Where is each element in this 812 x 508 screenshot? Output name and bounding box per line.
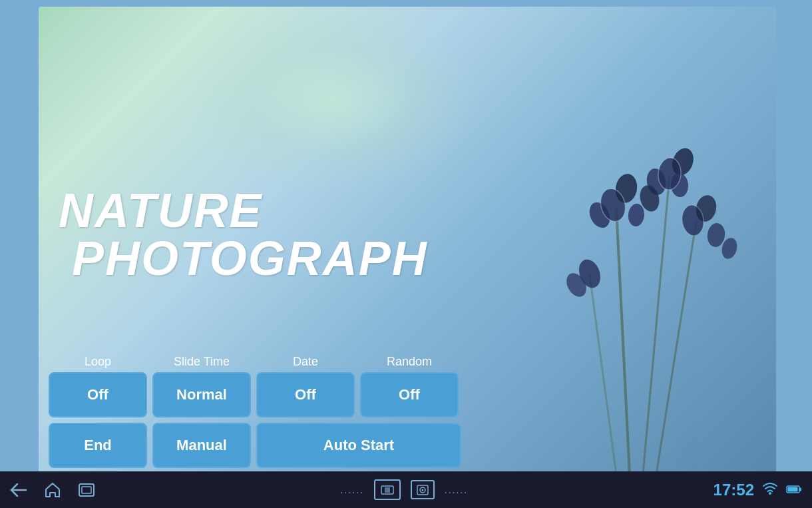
battery-icon bbox=[786, 482, 802, 497]
home-icon[interactable] bbox=[44, 481, 61, 499]
loop-label: Loop bbox=[49, 355, 147, 369]
slide-time-button[interactable]: Normal bbox=[152, 372, 251, 417]
back-icon[interactable] bbox=[10, 483, 27, 497]
slide-time-label: Slide Time bbox=[152, 355, 251, 369]
svg-line-0 bbox=[616, 208, 630, 475]
svg-rect-32 bbox=[788, 487, 798, 492]
title-nature: NATURE bbox=[59, 186, 428, 234]
svg-point-28 bbox=[421, 489, 423, 491]
svg-rect-23 bbox=[82, 487, 91, 493]
glow-decoration bbox=[186, 7, 481, 194]
manual-button[interactable]: Manual bbox=[152, 423, 251, 468]
recents-icon[interactable] bbox=[78, 483, 95, 497]
svg-line-1 bbox=[643, 175, 670, 475]
plant-decoration bbox=[443, 75, 776, 475]
title-photograph: PHOTOGRAPH bbox=[72, 234, 428, 282]
controls-row1: Off Normal Off Off bbox=[49, 372, 488, 417]
navigation-bar: ...... ...... 17:52 bbox=[0, 471, 812, 508]
end-button[interactable]: End bbox=[49, 423, 147, 468]
nav-right-area: 17:52 bbox=[713, 481, 802, 499]
svg-rect-31 bbox=[799, 488, 801, 491]
random-button[interactable]: Off bbox=[360, 372, 459, 417]
svg-point-15 bbox=[628, 203, 646, 227]
media-icon bbox=[411, 480, 435, 499]
date-button[interactable]: Off bbox=[256, 372, 355, 417]
controls-row2: End Manual Auto Start bbox=[49, 423, 488, 468]
svg-line-3 bbox=[590, 275, 616, 475]
svg-point-29 bbox=[769, 492, 771, 495]
loop-button[interactable]: Off bbox=[49, 372, 147, 417]
wifi-icon bbox=[762, 481, 778, 498]
controls-labels: Loop Slide Time Date Random bbox=[49, 355, 488, 369]
nav-center-icons: ...... ...... bbox=[95, 479, 713, 500]
title-area: NATURE PHOTOGRAPH bbox=[59, 186, 428, 282]
auto-start-button[interactable]: Auto Start bbox=[256, 423, 461, 468]
nav-dots-left: ...... bbox=[340, 485, 363, 495]
main-content-area: NATURE PHOTOGRAPH Loop Slide Time Date R… bbox=[39, 7, 776, 475]
screen-icon bbox=[374, 479, 401, 500]
controls-area: Loop Slide Time Date Random Off Normal O… bbox=[49, 355, 488, 468]
svg-rect-25 bbox=[385, 487, 390, 493]
nav-left-icons bbox=[10, 481, 95, 499]
nav-dots-right: ...... bbox=[445, 485, 468, 495]
random-label: Random bbox=[360, 355, 459, 369]
time-display: 17:52 bbox=[713, 481, 754, 499]
date-label: Date bbox=[256, 355, 355, 369]
